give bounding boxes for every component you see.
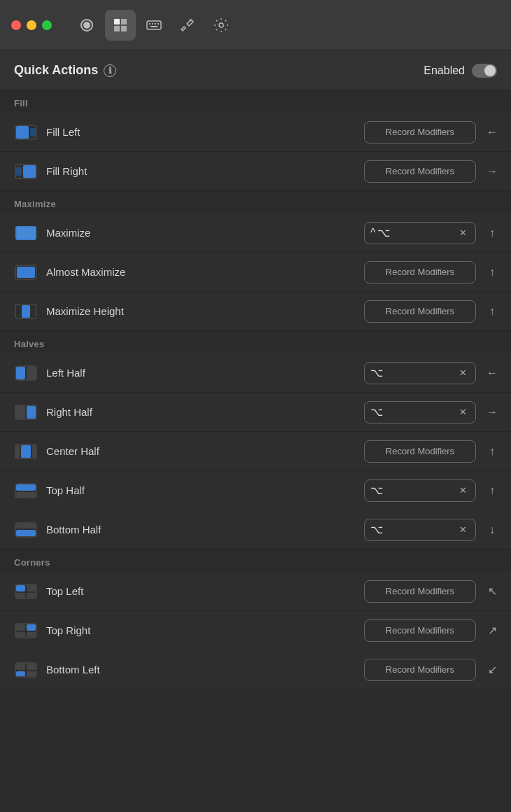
- svg-rect-49: [16, 632, 25, 637]
- svg-rect-4: [114, 26, 120, 31]
- almost-maximize-shortcut-input: Record Modifiers: [364, 261, 476, 284]
- bottom-half-shortcut-field[interactable]: ⌥✕: [364, 519, 476, 541]
- center-half-icon: [14, 440, 38, 463]
- svg-rect-54: [16, 671, 25, 676]
- almost-maximize-icon: [14, 260, 38, 284]
- header-right: Enabled: [424, 64, 497, 78]
- section-header-fill: Fill: [0, 91, 511, 113]
- info-icon[interactable]: ℹ: [104, 64, 116, 77]
- top-left-label: Top Left: [46, 585, 356, 597]
- minimize-button[interactable]: [27, 20, 36, 30]
- svg-rect-52: [16, 664, 25, 670]
- bottom-half-shortcut-keys: ⌥: [370, 523, 384, 536]
- bottom-half-clear-button[interactable]: ✕: [456, 523, 470, 536]
- right-half-icon: [14, 400, 38, 424]
- svg-rect-37: [16, 492, 36, 497]
- section-header-maximize: Maximize: [0, 191, 511, 214]
- cursor-toolbar-button[interactable]: [105, 10, 136, 41]
- svg-rect-33: [21, 445, 31, 458]
- top-half-icon: [14, 479, 38, 503]
- action-row-fill-left: Fill LeftRecord Modifiers←: [0, 113, 511, 152]
- svg-rect-42: [16, 585, 25, 592]
- bottom-half-icon: [14, 518, 38, 542]
- top-half-shortcut-field[interactable]: ⌥✕: [364, 479, 476, 502]
- bottom-left-icon: [14, 658, 38, 682]
- fill-left-shortcut-field[interactable]: Record Modifiers: [364, 121, 476, 144]
- top-half-shortcut-input: ⌥✕: [364, 479, 476, 502]
- svg-rect-26: [16, 367, 25, 379]
- toolbar: [71, 10, 237, 41]
- svg-rect-10: [158, 23, 159, 24]
- fill-left-label: Fill Left: [46, 126, 356, 138]
- svg-rect-3: [121, 19, 127, 24]
- left-half-shortcut-field[interactable]: ⌥✕: [364, 362, 476, 384]
- left-half-clear-button[interactable]: ✕: [456, 366, 470, 379]
- svg-rect-8: [152, 23, 153, 24]
- left-half-label: Left Half: [46, 367, 356, 379]
- maximize-height-shortcut-field[interactable]: Record Modifiers: [364, 300, 476, 323]
- fill-left-placeholder: Record Modifiers: [386, 127, 454, 137]
- top-half-label: Top Half: [46, 484, 356, 496]
- svg-point-1: [83, 22, 90, 29]
- svg-rect-34: [32, 445, 36, 458]
- left-half-shortcut-input: ⌥✕: [364, 362, 476, 384]
- action-row-right-half: Right Half⌥✕→: [0, 393, 511, 432]
- svg-rect-53: [27, 664, 36, 670]
- svg-rect-29: [16, 406, 25, 419]
- svg-rect-17: [23, 165, 36, 178]
- maximize-button[interactable]: [42, 20, 52, 30]
- top-half-clear-button[interactable]: ✕: [456, 484, 470, 497]
- tools-toolbar-button[interactable]: [172, 10, 203, 41]
- keyboard-toolbar-button[interactable]: [139, 10, 169, 41]
- top-left-shortcut-field[interactable]: Record Modifiers: [364, 580, 476, 603]
- center-half-label: Center Half: [46, 445, 356, 457]
- top-right-icon: [14, 619, 38, 643]
- center-half-shortcut-field[interactable]: Record Modifiers: [364, 440, 476, 463]
- content-area: Fill Fill LeftRecord Modifiers← Fill Rig…: [0, 91, 511, 690]
- right-half-shortcut-field[interactable]: ⌥✕: [364, 401, 476, 424]
- svg-rect-15: [30, 128, 36, 136]
- action-row-top-half: Top Half⌥✕↑: [0, 471, 511, 510]
- svg-rect-11: [150, 26, 158, 27]
- svg-rect-44: [16, 593, 25, 598]
- close-button[interactable]: [11, 20, 21, 30]
- almost-maximize-label: Almost Maximize: [46, 266, 356, 278]
- svg-rect-32: [16, 445, 20, 458]
- top-half-direction-arrow: ↑: [484, 483, 500, 498]
- bottom-half-label: Bottom Half: [46, 524, 356, 536]
- top-right-direction-arrow: ↗: [484, 623, 500, 638]
- svg-rect-36: [16, 484, 36, 491]
- action-row-bottom-half: Bottom Half⌥✕↓: [0, 510, 511, 550]
- maximize-shortcut-field[interactable]: ^⌥✕: [364, 222, 476, 244]
- svg-rect-47: [16, 624, 25, 631]
- section-header-halves: Halves: [0, 331, 511, 354]
- fill-right-icon: [14, 160, 38, 183]
- action-row-maximize-height: Maximize HeightRecord Modifiers↑: [0, 292, 511, 331]
- gear-icon: [213, 17, 230, 34]
- almost-maximize-direction-arrow: ↑: [484, 265, 500, 280]
- gear-toolbar-button[interactable]: [206, 10, 237, 41]
- top-right-shortcut-field[interactable]: Record Modifiers: [364, 620, 476, 642]
- enabled-toggle[interactable]: [472, 64, 497, 78]
- almost-maximize-shortcut-field[interactable]: Record Modifiers: [364, 261, 476, 284]
- tools-icon: [179, 17, 196, 34]
- right-half-shortcut-keys: ⌥: [370, 405, 384, 419]
- maximize-clear-button[interactable]: ✕: [456, 226, 470, 239]
- bottom-left-shortcut-field[interactable]: Record Modifiers: [364, 659, 476, 681]
- page-title: Quick Actions: [14, 63, 98, 78]
- header-title-group: Quick Actions ℹ: [14, 63, 116, 78]
- top-right-placeholder: Record Modifiers: [386, 625, 454, 636]
- top-right-shortcut-input: Record Modifiers: [364, 620, 476, 642]
- svg-rect-20: [17, 227, 35, 239]
- maximize-label: Maximize: [46, 227, 356, 239]
- svg-rect-14: [16, 126, 29, 139]
- fill-left-shortcut-input: Record Modifiers: [364, 121, 476, 144]
- record-toolbar-button[interactable]: [71, 10, 102, 41]
- record-icon: [78, 17, 95, 34]
- header: Quick Actions ℹ Enabled: [0, 50, 511, 91]
- svg-rect-2: [114, 19, 120, 24]
- left-half-shortcut-keys: ⌥: [370, 366, 384, 379]
- fill-right-shortcut-field[interactable]: Record Modifiers: [364, 160, 476, 183]
- right-half-clear-button[interactable]: ✕: [456, 405, 470, 419]
- action-row-top-left: Top LeftRecord Modifiers↖: [0, 572, 511, 611]
